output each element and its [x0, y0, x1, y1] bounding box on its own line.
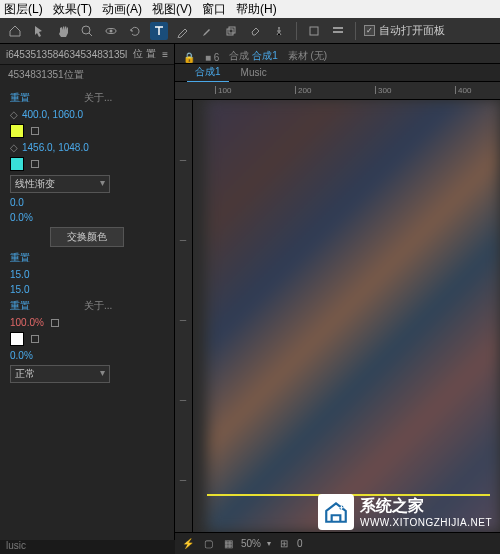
panel-menu-icon[interactable]: ≡ [162, 49, 168, 60]
svg-point-5 [278, 27, 280, 29]
layer-indicator: ■ 6 [201, 52, 223, 63]
ruler-vertical [175, 100, 193, 532]
value-4[interactable]: 15.0 [10, 284, 29, 295]
lock-icon[interactable]: 🔒 [179, 52, 199, 63]
composition-preview [207, 100, 500, 532]
effect-controls-panel: i645351358463453483135l 位 置 ≡ 4534831351… [0, 44, 175, 554]
svg-rect-4 [229, 27, 235, 33]
value-row[interactable]: 100.0% [0, 315, 174, 330]
menu-animation[interactable]: 动画(A) [102, 1, 142, 18]
svg-rect-7 [333, 27, 343, 29]
selection-tool-icon[interactable] [30, 22, 48, 40]
eraser-tool-icon[interactable] [246, 22, 264, 40]
reset-link[interactable]: 重置 [10, 91, 80, 105]
value-1[interactable]: 0.0 [10, 197, 24, 208]
value-6[interactable]: 0.0% [10, 350, 33, 361]
keyframe-icon[interactable]: ◇ [10, 109, 18, 120]
magnify-icon[interactable]: ⚡ [181, 537, 195, 551]
color-swatch-3[interactable] [10, 332, 24, 346]
res-icon[interactable]: ⊞ [277, 537, 291, 551]
mode-row[interactable]: 正常 [0, 363, 174, 385]
value-row[interactable]: 15.0 [0, 267, 174, 282]
svg-point-2 [110, 29, 113, 32]
orbit-tool-icon[interactable] [102, 22, 120, 40]
menu-help[interactable]: 帮助(H) [236, 1, 277, 18]
swap-colors-row[interactable]: 交换颜色 [0, 225, 174, 249]
tab-music[interactable]: Music [233, 65, 275, 80]
composition-viewer: 🔒 ■ 6 合成 合成1 素材 (无) 合成1 Music 100 200 30… [175, 44, 500, 554]
color-swatch-1[interactable] [10, 124, 24, 138]
color-3-row[interactable] [0, 330, 174, 348]
auto-open-label: 自动打开面板 [379, 23, 445, 38]
auto-open-checkbox[interactable]: ✓ 自动打开面板 [364, 23, 445, 38]
tab-comp1[interactable]: 合成1 [187, 63, 229, 83]
about-link[interactable]: 关于... [84, 299, 164, 313]
link-icon[interactable] [51, 319, 59, 327]
effect-header-3[interactable]: 重置 关于... [0, 297, 174, 315]
value-2[interactable]: 0.0% [10, 212, 33, 223]
display-icon[interactable]: ▢ [201, 537, 215, 551]
separator [355, 22, 356, 40]
effect-header-2[interactable]: 重置 [0, 249, 174, 267]
eyedropper-icon[interactable] [31, 335, 39, 343]
blend-dropdown[interactable]: 线性渐变 [10, 175, 110, 193]
zoom-tool-icon[interactable] [78, 22, 96, 40]
position-1-value[interactable]: 400.0, 1060.0 [22, 109, 83, 120]
blend-mode-row[interactable]: 线性渐变 [0, 173, 174, 195]
value-3[interactable]: 15.0 [10, 269, 29, 280]
shape-tool-icon[interactable] [305, 22, 323, 40]
hand-tool-icon[interactable] [54, 22, 72, 40]
menu-window[interactable]: 窗口 [202, 1, 226, 18]
about-link[interactable]: 关于... [84, 91, 164, 105]
home-tool-icon[interactable] [6, 22, 24, 40]
position-1-row[interactable]: ◇ 400.0, 1060.0 [0, 107, 174, 122]
pen-tool-icon[interactable] [174, 22, 192, 40]
swap-colors-button[interactable]: 交换颜色 [50, 227, 124, 247]
property-name: 位 置 [133, 47, 156, 61]
color-swatch-2[interactable] [10, 157, 24, 171]
value-row[interactable]: 0.0% [0, 210, 174, 225]
options-icon[interactable] [329, 22, 347, 40]
viewer-subtabs: 合成1 Music [175, 64, 500, 82]
reset-link[interactable]: 重置 [10, 251, 80, 265]
checkbox-icon: ✓ [364, 25, 375, 36]
brush-tool-icon[interactable] [198, 22, 216, 40]
status-bar: lusic [0, 540, 175, 554]
value-row[interactable]: 0.0% [0, 348, 174, 363]
value-row[interactable]: 15.0 [0, 282, 174, 297]
eyedropper-icon[interactable] [31, 127, 39, 135]
puppet-tool-icon[interactable] [270, 22, 288, 40]
svg-point-0 [82, 26, 90, 34]
svg-rect-8 [333, 31, 343, 33]
menu-layer[interactable]: 图层(L) [4, 1, 43, 18]
separator [296, 22, 297, 40]
clone-tool-icon[interactable] [222, 22, 240, 40]
viewer-tabs: 🔒 ■ 6 合成 合成1 素材 (无) [175, 44, 500, 64]
rotate-tool-icon[interactable] [126, 22, 144, 40]
grid-icon[interactable]: ▦ [221, 537, 235, 551]
svg-rect-3 [227, 29, 233, 35]
mode-dropdown[interactable]: 正常 [10, 365, 110, 383]
menu-view[interactable]: 视图(V) [152, 1, 192, 18]
menu-effect[interactable]: 效果(T) [53, 1, 92, 18]
type-tool-icon[interactable] [150, 22, 168, 40]
effect-header-1[interactable]: 重置 关于... [0, 89, 174, 107]
value-row[interactable]: 0.0 [0, 195, 174, 210]
comp-label: 合成 合成1 [225, 49, 281, 63]
color-1-row[interactable] [0, 122, 174, 140]
canvas[interactable] [193, 100, 500, 532]
reset-link[interactable]: 重置 [10, 299, 80, 313]
sub-id: 4534831351位置 [0, 65, 174, 85]
viewport [175, 100, 500, 532]
value-5[interactable]: 100.0% [10, 317, 44, 328]
position-2-value[interactable]: 1456.0, 1048.0 [22, 142, 89, 153]
color-2-row[interactable] [0, 155, 174, 173]
viewer-footer: ⚡ ▢ ▦ 50% ▾ ⊞ 0 [175, 532, 500, 554]
menu-bar: 图层(L) 效果(T) 动画(A) 视图(V) 窗口 帮助(H) [0, 0, 500, 18]
time-value[interactable]: 0 [297, 538, 303, 549]
eyedropper-icon[interactable] [31, 160, 39, 168]
keyframe-icon[interactable]: ◇ [10, 142, 18, 153]
position-2-row[interactable]: ◇ 1456.0, 1048.0 [0, 140, 174, 155]
zoom-value[interactable]: 50% [241, 538, 261, 549]
toolbar: ✓ 自动打开面板 [0, 18, 500, 44]
